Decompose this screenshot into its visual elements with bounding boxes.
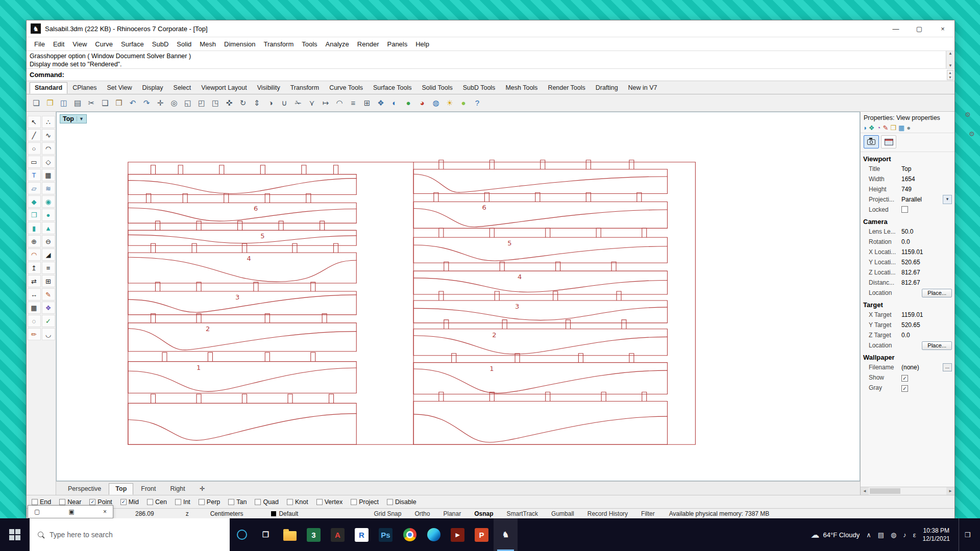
toggle-osnap[interactable]: Osnap <box>474 510 493 517</box>
toggle-ortho[interactable]: Ortho <box>414 510 430 517</box>
vtab-top[interactable]: Top <box>109 483 133 495</box>
osnap-quad[interactable]: Quad <box>255 498 279 506</box>
vtab-add[interactable]: ✛ <box>193 483 211 495</box>
select-arrow-icon[interactable]: ↖ <box>28 116 41 128</box>
prop-filename[interactable]: Filename (none) <box>861 362 954 372</box>
taskbar-powerpoint[interactable]: P <box>470 518 494 551</box>
menu-curve[interactable]: Curve <box>91 39 116 49</box>
boolean-union-icon[interactable]: ⊕ <box>28 235 41 247</box>
command-history[interactable]: Grasshopper option ( Window Document Sol… <box>27 51 954 69</box>
osnap-knot[interactable]: Knot <box>287 498 308 506</box>
tab-surface-tools[interactable]: Surface Tools <box>368 82 417 94</box>
loft-icon[interactable]: ≋ <box>42 182 55 194</box>
tab-subd-tools[interactable]: SubD Tools <box>458 82 501 94</box>
block-icon[interactable]: ▦ <box>28 302 41 314</box>
scrollbar-thumb[interactable] <box>870 488 900 494</box>
menu-file[interactable]: File <box>31 39 48 49</box>
redo-icon[interactable]: ↷ <box>140 96 153 110</box>
check-icon[interactable]: ✓ <box>42 315 55 327</box>
start-button[interactable] <box>0 518 30 551</box>
move-icon[interactable]: ✜ <box>223 96 236 110</box>
prop-y-target[interactable]: Y Target 520.65 <box>861 320 954 330</box>
menu-view[interactable]: View <box>69 39 90 49</box>
tab-mesh-tools[interactable]: Mesh Tools <box>500 82 543 94</box>
osnap-cen[interactable]: Cen <box>147 498 167 506</box>
boolean-difference-icon[interactable]: ⊖ <box>42 235 55 247</box>
float-restore-icon[interactable]: ▢ <box>34 508 40 515</box>
fillet-edge-icon[interactable]: ◠ <box>28 248 41 261</box>
osnap-near[interactable]: Near <box>59 498 81 506</box>
prop-properties-icon[interactable]: ◑ <box>863 124 867 132</box>
offset-icon[interactable]: ≡ <box>347 96 360 110</box>
mirror-icon[interactable]: ◑ <box>264 96 277 110</box>
float-maximize-icon[interactable]: ▣ <box>68 508 74 515</box>
zoom-selected-icon[interactable]: ◳ <box>209 96 222 110</box>
tab-cplanes[interactable]: CPlanes <box>67 82 102 94</box>
volume-icon[interactable]: ♪ <box>903 531 906 539</box>
pan-icon[interactable]: ✛ <box>154 96 167 110</box>
cone-icon[interactable]: ▲ <box>42 222 55 234</box>
text-icon[interactable]: T <box>28 169 41 181</box>
menu-subd[interactable]: SubD <box>149 39 173 49</box>
chamfer-icon[interactable]: ◢ <box>42 248 55 261</box>
toggle-filter[interactable]: Filter <box>641 510 655 517</box>
prop-display-icon[interactable]: ◔ <box>877 124 881 132</box>
float-close-icon[interactable]: × <box>103 508 107 515</box>
taskbar-cortana[interactable] <box>230 518 254 551</box>
scroll-up-icon[interactable]: ▲ <box>948 51 952 56</box>
menu-panels[interactable]: Panels <box>383 39 411 49</box>
menu-analyze[interactable]: Analyze <box>322 39 353 49</box>
tab-set-view[interactable]: Set View <box>102 82 137 94</box>
toggle-grid-snap[interactable]: Grid Snap <box>374 510 401 517</box>
vtab-right[interactable]: Right <box>163 483 191 495</box>
menu-edit[interactable]: Edit <box>50 39 68 49</box>
network-icon[interactable]: ◍ <box>891 531 896 539</box>
zoom-extents-icon[interactable]: ◰ <box>195 96 208 110</box>
scroll-right-icon[interactable]: ► <box>946 487 954 495</box>
globe-icon[interactable]: ◍ <box>429 96 443 110</box>
arc-icon[interactable]: ◠ <box>42 142 55 155</box>
array-icon[interactable]: ⊞ <box>360 96 374 110</box>
sphere-icon[interactable]: ● <box>42 209 55 221</box>
prop-distance[interactable]: Distanc... 812.67 <box>861 278 954 288</box>
transform-icon[interactable]: ⇄ <box>28 275 41 287</box>
taskbar-rhino[interactable]: ♞ <box>494 518 518 551</box>
camera-view-button[interactable] <box>864 135 879 148</box>
osnap-int[interactable]: Int <box>175 498 190 506</box>
vtab-perspective[interactable]: Perspective <box>61 483 108 495</box>
hide-icon[interactable]: ◌ <box>28 315 41 327</box>
osnap-vertex[interactable]: Vertex <box>316 498 342 506</box>
tab-transform[interactable]: Transform <box>285 82 325 94</box>
toggle-smarttrack[interactable]: SmartTrack <box>507 510 538 517</box>
display-mode-icon[interactable]: ◐ <box>388 96 401 110</box>
extend-icon[interactable]: ↦ <box>319 96 332 110</box>
properties-hscrollbar[interactable]: ◄ ► <box>861 487 954 495</box>
scale-icon[interactable]: ⇕ <box>250 96 263 110</box>
curve-icon[interactable]: ∿ <box>42 129 55 141</box>
taskbar-photoshop[interactable]: Ps <box>374 518 398 551</box>
undo-icon[interactable]: ↶ <box>126 96 139 110</box>
taskbar-media-app[interactable]: ▸ <box>446 518 470 551</box>
spin-up-icon[interactable]: ▲ <box>948 70 952 75</box>
viewport-canvas[interactable]: Top ▼ 654321654321 <box>56 112 860 481</box>
new-file-icon[interactable]: ❏ <box>30 96 43 110</box>
revolve-icon[interactable]: ◉ <box>42 195 55 208</box>
viewport-title-tab[interactable]: Top ▼ <box>60 114 87 123</box>
prop-lens-length[interactable]: Lens Le... 50.0 <box>861 227 954 237</box>
cylinder-icon[interactable]: ▮ <box>28 222 41 234</box>
taskbar-chrome[interactable] <box>398 518 422 551</box>
polygon-icon[interactable]: ◇ <box>42 156 55 168</box>
prop-x-location[interactable]: X Locati... 1159.01 <box>861 247 954 257</box>
osnap-point[interactable]: Point <box>89 498 112 506</box>
menu-render[interactable]: Render <box>354 39 383 49</box>
chevron-up-icon[interactable]: ∧ <box>866 531 871 539</box>
floating-window-controls[interactable]: ▢▣× <box>28 505 113 518</box>
menu-tools[interactable]: Tools <box>298 39 321 49</box>
split-icon[interactable]: ⋎ <box>305 96 318 110</box>
command-prompt[interactable]: Command: ▲ ▼ <box>27 69 954 81</box>
menu-dimension[interactable]: Dimension <box>220 39 259 49</box>
tab-select[interactable]: Select <box>168 82 197 94</box>
tablet-icon[interactable]: ▤ <box>878 531 884 539</box>
taskbar-clock[interactable]: 10:38 PM 12/1/2021 <box>923 527 950 543</box>
open-file-icon[interactable]: ❐ <box>43 96 57 110</box>
